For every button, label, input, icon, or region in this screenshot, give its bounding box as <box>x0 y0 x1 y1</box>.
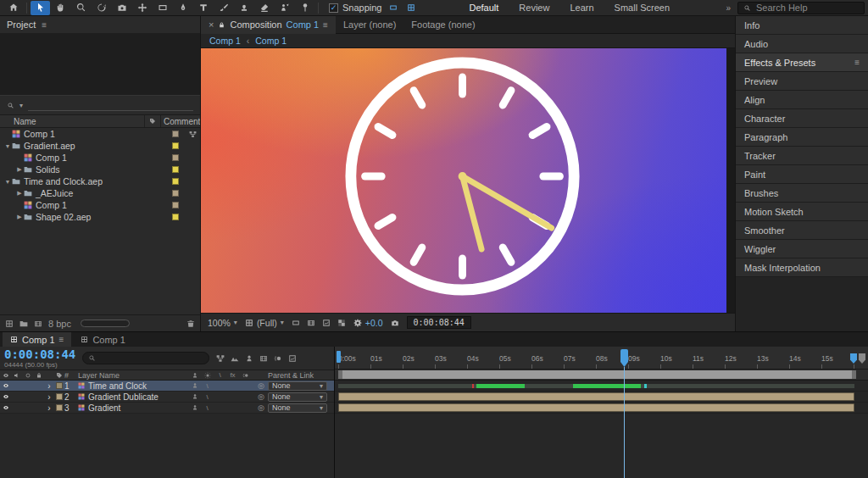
new-folder-icon[interactable] <box>19 320 28 328</box>
pickwhip-icon[interactable]: ◎ <box>254 381 268 390</box>
track-gradient-dublicate[interactable] <box>335 392 868 403</box>
playhead-line[interactable] <box>624 367 625 478</box>
collapse-switch-icon[interactable] <box>204 372 211 379</box>
project-item-comp1-child[interactable]: Comp 1 <box>0 152 200 164</box>
motion-blur-button[interactable] <box>274 354 282 363</box>
work-area-bar[interactable] <box>335 370 868 381</box>
expander-icon[interactable]: ▶ <box>15 190 24 197</box>
work-area-start-handle[interactable] <box>338 370 342 379</box>
panel-tab-audio[interactable]: Audio <box>736 35 868 53</box>
shy-toggle-icon[interactable] <box>192 404 198 411</box>
new-composition-icon[interactable] <box>34 320 42 328</box>
panel-tab-info[interactable]: Info <box>736 16 868 35</box>
pen-tool[interactable] <box>173 1 192 15</box>
project-search-input[interactable] <box>28 100 193 111</box>
work-area-end-handle[interactable] <box>852 370 856 379</box>
quality-toggle-icon[interactable]: \ <box>201 382 214 390</box>
quality-switch-icon[interactable]: \ <box>214 371 226 379</box>
panel-tab-motion-sketch[interactable]: Motion Sketch <box>736 203 868 221</box>
time-ruler[interactable]: 0:00s 01s 02s 03s 04s 05s 06s 07s 08s 09… <box>335 347 868 370</box>
project-item-time-and-clock-aep[interactable]: ▼ Time and Clock.aep <box>0 175 200 187</box>
panel-tab-character[interactable]: Character <box>736 109 868 128</box>
panel-tab-brushes[interactable]: Brushes <box>736 184 868 203</box>
layer-row-gradient[interactable]: › 3 Gradient \ ◎ None▾ <box>0 403 334 414</box>
shy-switch-icon[interactable] <box>192 372 198 379</box>
quality-toggle-icon[interactable]: \ <box>201 404 214 412</box>
panel-menu-icon[interactable]: ≡ <box>42 20 47 30</box>
current-timecode[interactable]: 0:00:08:44 <box>4 347 75 361</box>
panel-tab-wiggler[interactable]: Wiggler <box>736 240 868 258</box>
panel-menu-icon[interactable]: ≡ <box>854 58 860 67</box>
layer-expander-icon[interactable]: › <box>44 392 54 402</box>
composition-flowchart-button[interactable] <box>216 354 225 363</box>
project-bit-depth[interactable]: 8 bpc <box>48 319 71 329</box>
work-area-start-marker[interactable] <box>337 351 341 363</box>
interpret-footage-icon[interactable] <box>5 320 14 328</box>
tab-footage-none[interactable]: Footage (none) <box>403 16 482 34</box>
layer-label-chip[interactable] <box>56 404 63 411</box>
pickwhip-icon[interactable]: ◎ <box>254 403 268 412</box>
snapshot-camera-button[interactable] <box>391 319 399 327</box>
mask-visibility-button[interactable] <box>307 319 315 327</box>
column-comment[interactable]: Comment <box>161 117 200 126</box>
column-parent-link[interactable]: Parent & Link <box>268 371 334 380</box>
label-chip[interactable] <box>172 166 179 173</box>
workspace-default[interactable]: Default <box>470 3 499 13</box>
snapping-checkbox[interactable]: ✓ <box>329 3 338 13</box>
panel-tab-effects-presets[interactable]: Effects & Presets ≡ <box>736 53 868 72</box>
column-number[interactable]: # <box>64 371 78 380</box>
panel-tab-paint[interactable]: Paint <box>736 165 868 184</box>
brush-tool[interactable] <box>214 1 233 15</box>
breadcrumb-parent-comp[interactable]: Comp 1 <box>209 36 241 46</box>
project-item-gradient-aep[interactable]: ▼ Gradient.aep <box>0 140 200 152</box>
label-chip[interactable] <box>172 178 179 185</box>
layer-name[interactable]: Gradient Dublicate <box>88 392 159 402</box>
project-item-aejuice[interactable]: ▶ _AEJuice <box>0 187 200 199</box>
label-chip[interactable] <box>172 202 179 208</box>
home-button[interactable] <box>3 1 23 15</box>
region-of-interest-button[interactable] <box>322 319 331 327</box>
breadcrumb-current-comp[interactable]: Comp 1 <box>255 36 287 46</box>
frame-blending-button[interactable] <box>259 354 268 363</box>
label-chip[interactable] <box>172 154 179 161</box>
pan-behind-tool[interactable] <box>132 1 152 15</box>
panel-tab-smoother[interactable]: Smoother <box>736 221 868 240</box>
shy-toggle-icon[interactable] <box>192 393 198 400</box>
tab-layer-none[interactable]: Layer (none) <box>336 16 403 34</box>
exposure-control[interactable]: +0.0 <box>353 318 383 328</box>
project-footer-slider[interactable] <box>81 320 130 327</box>
lock-column-icon[interactable] <box>36 372 42 379</box>
shy-toggle-icon[interactable] <box>192 382 198 389</box>
close-icon[interactable]: × <box>209 19 214 30</box>
project-item-solids[interactable]: ▶ Solids <box>0 164 200 175</box>
timeline-search-input[interactable] <box>82 352 209 364</box>
label-chip[interactable] <box>172 190 179 197</box>
puppet-pin-tool[interactable] <box>295 1 314 15</box>
preview-timecode[interactable]: 0:00:08:44 <box>407 316 471 329</box>
eraser-tool[interactable] <box>254 1 274 15</box>
layer-row-time-and-clock[interactable]: › 1 Time and Clock \ ◎ None▾ <box>0 381 334 392</box>
column-layer-name[interactable]: Layer Name <box>78 371 188 380</box>
trash-icon[interactable] <box>186 320 195 328</box>
search-help-field[interactable]: Search Help <box>737 2 865 14</box>
type-tool[interactable] <box>193 1 213 15</box>
panel-menu-icon[interactable]: ≡ <box>323 20 328 30</box>
panel-tab-mask-interpolation[interactable]: Mask Interpolation <box>736 258 868 277</box>
pickwhip-icon[interactable]: ◎ <box>254 392 268 401</box>
track-time-and-clock[interactable] <box>335 381 868 392</box>
gradient-canvas[interactable] <box>201 48 726 313</box>
layer-label-chip[interactable] <box>56 382 63 389</box>
eye-icon[interactable] <box>3 404 9 411</box>
layer-bar[interactable] <box>338 392 854 401</box>
transparency-grid-button[interactable] <box>337 319 346 327</box>
layer-name[interactable]: Time and Clock <box>88 381 147 391</box>
workspace-overflow-button[interactable]: » <box>726 3 731 13</box>
parent-select[interactable]: None▾ <box>268 403 327 413</box>
workspace-small-screen[interactable]: Small Screen <box>615 3 670 13</box>
audio-column-icon[interactable] <box>14 372 20 379</box>
rectangle-tool[interactable] <box>153 1 172 15</box>
timeline-end-marker[interactable] <box>859 353 865 364</box>
eye-icon[interactable] <box>3 382 9 389</box>
panel-tab-align[interactable]: Align <box>736 91 868 109</box>
comp-end-marker[interactable] <box>850 353 857 364</box>
